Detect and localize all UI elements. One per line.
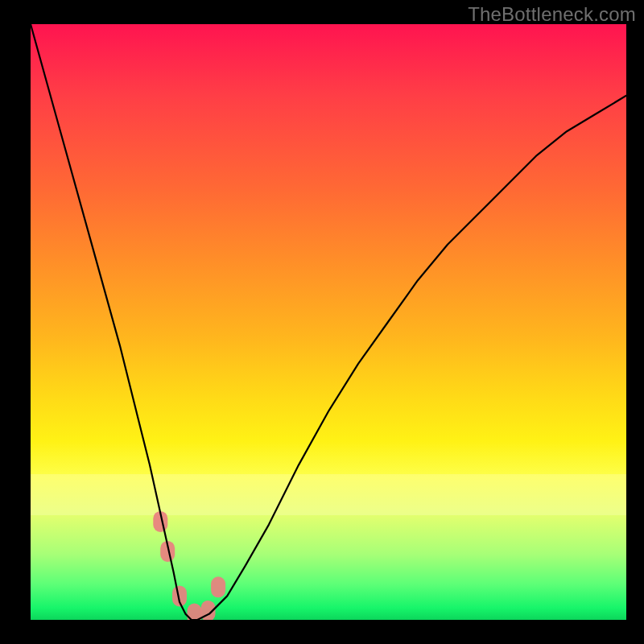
highlight-blob	[211, 576, 225, 597]
plot-area	[31, 24, 626, 620]
watermark-text: TheBottleneck.com	[468, 3, 636, 26]
curve-svg	[31, 24, 626, 620]
bottleneck-curve	[31, 24, 626, 620]
chart-container: TheBottleneck.com	[0, 0, 644, 644]
